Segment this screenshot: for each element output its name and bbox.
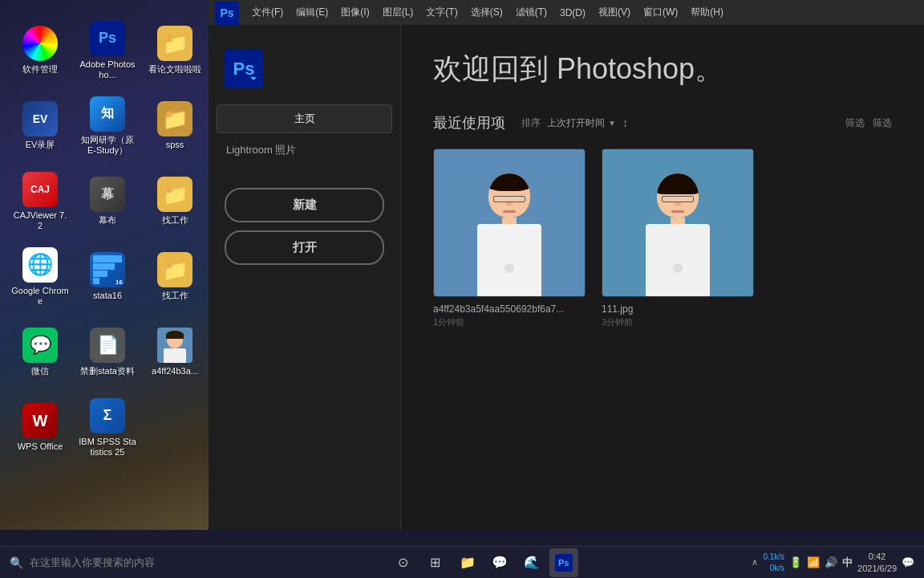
- ps-content-area: Ps 主页 Lightroom 照片 新建 打开 欢迎回到 Photoshop。…: [209, 26, 924, 530]
- taskbar-wechat-button[interactable]: 💬: [485, 548, 514, 577]
- ps-menu-logo: Ps: [215, 1, 239, 25]
- taskbar-explorer-button[interactable]: 📁: [453, 548, 482, 577]
- desktop-icon-chrome[interactable]: 🌐 Google Chrome: [8, 241, 72, 313]
- curtain-label: 幕布: [99, 215, 116, 226]
- taskbar-center-icons: ⊙ ⊞ 📁 💬 🌊 Ps: [225, 548, 742, 577]
- ev-icon: EV: [22, 101, 58, 136]
- sidebar-home-item[interactable]: 主页: [217, 104, 392, 133]
- ibm-spss-label: IBM SPSS Statistics 25: [79, 437, 136, 458]
- menu-filter[interactable]: 滤镜(T): [509, 0, 553, 25]
- sidebar-nav: 主页: [209, 104, 400, 133]
- ps-logo-area: Ps: [209, 42, 400, 104]
- sort-dropdown-icon: ▼: [608, 119, 616, 128]
- taskbar-edge-button[interactable]: 🌊: [517, 548, 546, 577]
- sidebar-lightroom-item[interactable]: Lightroom 照片: [209, 136, 400, 164]
- taskbar-search-icon: 🔍: [10, 556, 23, 569]
- taskbar-edge-icon: 🌊: [524, 555, 540, 570]
- recent-file-2[interactable]: 111.jpg 3分钟前: [602, 149, 754, 328]
- taskbar-task-view-button[interactable]: ⊞: [421, 548, 450, 577]
- menu-file[interactable]: 文件(F): [245, 0, 290, 25]
- adobe-ps-label: Adobe Photosho...: [79, 59, 136, 80]
- recent-title: 最近使用项: [433, 113, 505, 132]
- recent-thumb-2: [602, 149, 754, 297]
- desktop-icon-wechat[interactable]: 💬 微信: [8, 316, 72, 389]
- wps-label: WPS Office: [18, 442, 63, 452]
- desktop-icon-del-stata[interactable]: 📄 禁删stata资料: [75, 316, 140, 389]
- menu-help[interactable]: 帮助(H): [684, 0, 730, 25]
- stata-icon: 16: [90, 252, 125, 287]
- network-speeds: 0.1k/s 0k/s: [763, 552, 784, 574]
- menu-text[interactable]: 文字(T): [419, 0, 464, 25]
- taskbar-search-button[interactable]: ⊙: [389, 548, 418, 577]
- tray-volume-icon[interactable]: 🔊: [825, 556, 837, 568]
- portrait-icon: [157, 328, 192, 363]
- filter-button[interactable]: 筛选: [845, 116, 865, 130]
- ps-left-sidebar: Ps 主页 Lightroom 照片 新建 打开: [209, 26, 401, 530]
- desktop-icon-work-folder2[interactable]: 📁 找工作: [143, 241, 207, 313]
- desktop-icon-stata[interactable]: 16 stata16: [75, 241, 140, 313]
- chrome-icon: 🌐: [22, 247, 58, 283]
- tray-notification-icon[interactable]: 💬: [902, 556, 914, 568]
- photo-2: [602, 149, 753, 296]
- adobe-ps-icon: Ps: [90, 21, 125, 56]
- desktop-icon-cajviewer[interactable]: CAJ CAJViewer 7.2: [8, 165, 72, 238]
- taskbar-search-area[interactable]: 🔍 在这里输入你要搜索的内容: [0, 556, 225, 570]
- network-upload-speed: 0.1k/s: [763, 552, 784, 563]
- menu-view[interactable]: 视图(V): [592, 0, 637, 25]
- curtain-icon: 幕: [90, 177, 125, 212]
- desktop-icon-software-manager[interactable]: 软件管理: [8, 14, 72, 87]
- software-manager-label: 软件管理: [22, 64, 58, 75]
- taskbar-date-display: 2021/6/29: [857, 563, 897, 574]
- tray-input-method[interactable]: 中: [842, 556, 853, 570]
- open-button[interactable]: 打开: [225, 230, 384, 265]
- menu-image[interactable]: 图像(I): [334, 0, 375, 25]
- del-stata-label: 禁删stata资料: [80, 366, 135, 377]
- recent-header: 最近使用项 排序 上次打开时间 ▼ ↕ 筛选 筛选: [433, 113, 892, 132]
- sidebar-action-buttons: 新建 打开: [209, 172, 400, 281]
- taskbar-ps-icon: Ps: [555, 554, 573, 572]
- desktop-icon-ibm-spss[interactable]: Σ IBM SPSS Statistics 25: [75, 392, 140, 464]
- tray-expand-icon[interactable]: ∧: [752, 557, 758, 568]
- work-folder2-icon: 📁: [157, 252, 192, 287]
- desktop-icon-curtain[interactable]: 幕 幕布: [75, 165, 140, 238]
- recent-file-1[interactable]: a4ff24b3a5f4aa550692bf6a7... 1分钟前: [433, 149, 586, 328]
- sort-direction-icon: ↕: [622, 116, 628, 129]
- ibm-spss-icon: Σ: [90, 398, 125, 434]
- spss-folder-label: spss: [166, 140, 184, 150]
- desktop-icon-adobe-ps[interactable]: Ps Adobe Photosho...: [75, 14, 140, 87]
- ps-sidebar-logo[interactable]: Ps: [225, 50, 263, 88]
- recent-time-1: 1分钟前: [433, 316, 586, 328]
- menu-layer[interactable]: 图层(L): [376, 0, 420, 25]
- wechat-label: 微信: [31, 366, 49, 377]
- desktop-icon-work-folder[interactable]: 📁 找工作: [143, 165, 207, 238]
- paper-folder-label: 看论文啦啦啦: [148, 64, 201, 75]
- menu-3d[interactable]: 3D(D): [553, 0, 592, 25]
- recent-files-grid: a4ff24b3a5f4aa550692bf6a7... 1分钟前: [433, 149, 892, 328]
- taskbar-task-view-icon: ⊞: [430, 555, 440, 570]
- desktop-icon-wps[interactable]: W WPS Office: [8, 392, 72, 464]
- photoshop-window: Ps 文件(F) 编辑(E) 图像(I) 图层(L) 文字(T) 选择(S) 滤…: [209, 0, 924, 530]
- taskbar-ps-button[interactable]: Ps: [549, 548, 578, 577]
- taskbar-datetime[interactable]: 0:42 2021/6/29: [857, 551, 897, 574]
- new-button[interactable]: 新建: [225, 188, 384, 222]
- sort-select[interactable]: 上次打开时间 ▼: [547, 116, 616, 130]
- menu-select[interactable]: 选择(S): [464, 0, 509, 25]
- menu-window[interactable]: 窗口(W): [637, 0, 684, 25]
- filter-select-button[interactable]: 筛选: [873, 116, 892, 130]
- taskbar-system-tray: ∧ 0.1k/s 0k/s 🔋 📶 🔊 中 0:42 2021/6/29 💬: [742, 551, 924, 574]
- chrome-label: Google Chrome: [11, 286, 69, 307]
- spss-folder-icon: 📁: [157, 101, 192, 136]
- zhiwang-label: 知网研学（原E-Study）: [79, 135, 136, 156]
- desktop-icon-ev[interactable]: EV EV录屏: [8, 90, 72, 162]
- software-manager-icon: [22, 26, 58, 61]
- work-folder-label: 找工作: [162, 215, 188, 226]
- del-stata-icon: 📄: [90, 328, 125, 363]
- desktop-icon-zhiwang[interactable]: 知 知网研学（原E-Study）: [75, 90, 140, 162]
- ev-label: EV录屏: [26, 140, 55, 150]
- cajviewer-icon: CAJ: [22, 172, 58, 207]
- desktop-icon-spss-folder[interactable]: 📁 spss: [143, 90, 207, 162]
- desktop-icon-portrait[interactable]: a4ff24b3a...: [143, 316, 207, 389]
- menu-edit[interactable]: 编辑(E): [290, 0, 334, 25]
- filter-area: 筛选 筛选: [845, 116, 892, 130]
- desktop-icon-paper-folder[interactable]: 📁 看论文啦啦啦: [143, 14, 207, 87]
